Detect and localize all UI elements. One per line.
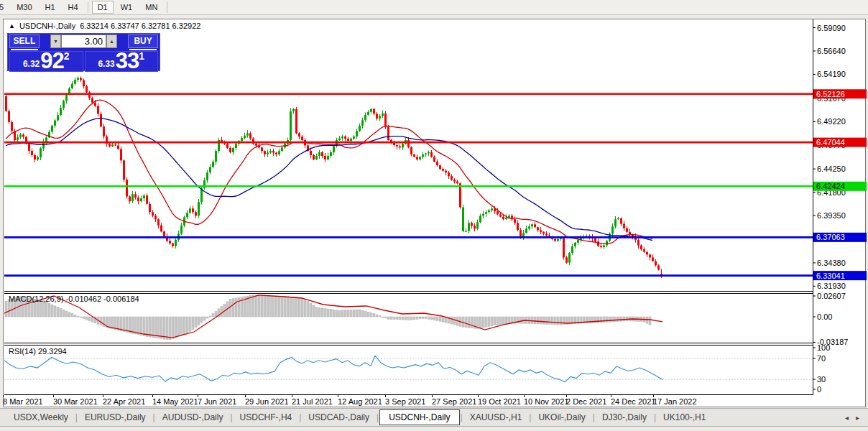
date-label: 29 Jun 2021 (245, 397, 289, 406)
svg-text:6.37063: 6.37063 (816, 233, 845, 241)
rsi-tick-label: 100 (817, 343, 830, 352)
volume-input[interactable]: 3.00 (61, 34, 106, 48)
macd-tick-label: 0.00 (817, 312, 832, 321)
chart-tab-bar: USDX,Weekly|EURUSD-,Daily|AUDUSD-,Daily|… (0, 408, 868, 426)
tab-uk100-h1[interactable]: UK100-,H1 (657, 410, 712, 425)
macd-tick-label: 0.02607 (817, 292, 846, 300)
svg-text:6.52126: 6.52126 (816, 90, 845, 98)
mt-terminal: 5M30H1H4D1W1MN 6.590906.566406.541906.51… (0, 0, 868, 431)
price-tick-label: 6.54190 (817, 70, 846, 78)
price-badge-6.37063: 6.37063 (813, 233, 867, 242)
date-label: 22 Apr 2021 (103, 397, 145, 406)
rsi-line (3, 356, 662, 382)
date-label: 3 Sep 2021 (385, 397, 425, 406)
date-label: 7 Jun 2021 (198, 397, 236, 406)
price-tick-label: 6.49220 (817, 117, 846, 126)
tab-dj30-daily[interactable]: DJ30-,Daily (596, 410, 653, 425)
buy-price-display[interactable]: 6.33 33 1 (85, 51, 159, 72)
rsi-level-lines (4, 358, 813, 379)
date-axis[interactable]: 8 Mar 202130 Mar 202122 Apr 202114 May 2… (3, 395, 697, 406)
chart-symbol-label: USDCNH-,Daily (19, 22, 75, 30)
status-bar (0, 426, 868, 431)
tab-usdcnh-daily[interactable]: USDCNH-,Daily (379, 409, 459, 425)
price-tick-label: 6.39350 (817, 211, 846, 220)
price-tick-label: 6.34380 (817, 259, 846, 267)
candles (5, 76, 662, 278)
price-badge-6.47044: 6.47044 (813, 138, 867, 147)
price-badge-6.52126: 6.52126 (813, 89, 867, 98)
one-click-trade-panel: SELL ▼ 3.00 ▲ BUY 6.32 92 2 6.33 33 1 (7, 33, 160, 71)
macd-label: MACD(12,26,9) -0.010462 -0.006184 (9, 295, 139, 303)
price-badge-6.33041: 6.33041 (813, 271, 867, 280)
sell-price-pip: 2 (64, 50, 70, 62)
chart-title: ▲ USDCNH-,Daily 6.33214 6.33747 6.32781 … (9, 21, 200, 31)
price-tick-label: 6.56640 (817, 47, 846, 55)
collapse-icon[interactable]: ▲ (9, 22, 15, 29)
tab-ukoil-daily[interactable]: UKOil-,Daily (532, 410, 591, 425)
date-label: 27 Sep 2021 (432, 397, 476, 406)
date-label: 10 Nov 2021 (524, 397, 568, 406)
date-label: 14 May 2021 (152, 397, 198, 406)
rsi-tick-label: 0 (817, 385, 821, 394)
trade-panel-spacer (40, 34, 51, 48)
macd-values: -0.010462 -0.006184 (65, 295, 139, 303)
tab-scroll-left-icon[interactable]: ◂ (845, 414, 849, 422)
buy-price-pip: 1 (139, 50, 144, 62)
buy-price-prefix: 6.33 (98, 59, 114, 69)
date-label: 30 Mar 2021 (53, 397, 98, 406)
sell-price-display[interactable]: 6.32 92 2 (9, 51, 83, 72)
sell-price-prefix: 6.32 (23, 59, 40, 69)
date-label: 24 Dec 2021 (611, 397, 655, 406)
volume-decrease-button[interactable]: ▼ (50, 34, 61, 48)
svg-text:6.47044: 6.47044 (816, 138, 845, 147)
price-tick-label: 6.44250 (817, 164, 846, 173)
tab-scroll-right-icon[interactable]: ▸ (856, 414, 859, 422)
tab-usdcad-daily[interactable]: USDCAD-,Daily (302, 410, 376, 425)
svg-text:6.42424: 6.42424 (816, 182, 845, 190)
price-tick-label: 6.31930 (817, 282, 846, 290)
tab-usdx-weekly[interactable]: USDX,Weekly (7, 410, 75, 425)
price-tick-label: 6.59090 (817, 24, 846, 32)
trade-panel-spacer (117, 34, 129, 48)
chart-ohlc-values: 6.33214 6.33747 6.32781 6.32922 (80, 22, 200, 30)
rsi-tick-label: 70 (817, 354, 826, 363)
tab-usdchf-h4[interactable]: USDCHF-,H4 (234, 410, 299, 425)
date-label: 17 Jan 2022 (653, 397, 697, 406)
ma-slow-line (6, 119, 652, 241)
price-badge-6.42424: 6.42424 (813, 182, 867, 191)
volume-increase-button[interactable]: ▲ (106, 34, 117, 48)
sell-price-big: 92 (40, 52, 63, 70)
rsi-tick-label: 30 (817, 375, 826, 384)
date-label: 21 Jul 2021 (292, 397, 333, 406)
ma-fast-line (6, 100, 652, 244)
rsi-value: 29.3294 (38, 347, 67, 356)
date-label: 8 Mar 2021 (3, 397, 43, 406)
svg-text:6.33041: 6.33041 (816, 272, 845, 280)
price-axis[interactable]: 6.590906.566406.541906.516706.492206.467… (813, 24, 848, 394)
date-label: 12 Aug 2021 (338, 397, 382, 406)
buy-button[interactable]: BUY (128, 34, 158, 48)
date-label: 19 Oct 2021 (478, 397, 521, 406)
date-label: 2 Dec 2021 (566, 397, 606, 406)
tab-xauusd-h1[interactable]: XAUUSD-,H1 (463, 410, 529, 425)
buy-price-big: 33 (116, 52, 139, 70)
rsi-label: RSI(14) 29.3294 (9, 347, 67, 356)
sell-button[interactable]: SELL (9, 34, 40, 48)
tab-eurusd-daily[interactable]: EURUSD-,Daily (78, 410, 152, 425)
tab-audusd-daily[interactable]: AUDUSD-,Daily (156, 410, 230, 425)
